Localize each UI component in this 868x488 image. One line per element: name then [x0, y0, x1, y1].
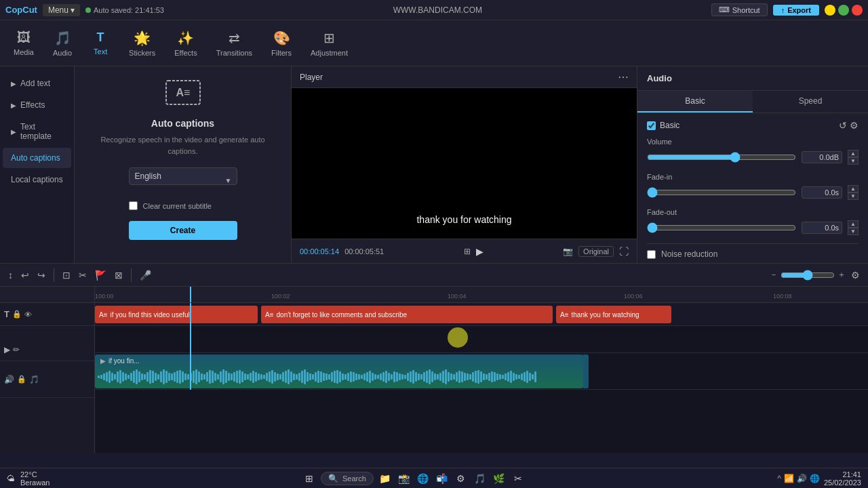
sidebar-item-effects[interactable]: ▶ Effects: [3, 95, 71, 115]
clear-subtitle-checkbox[interactable]: [129, 201, 138, 210]
tool-transitions[interactable]: ⇄ Transitions: [208, 26, 260, 61]
text-clip-1[interactable]: A≡ if you find this video useful: [95, 306, 258, 323]
noise-reduction-label: Noise reduction: [661, 249, 717, 259]
fadeout-slider[interactable]: [647, 222, 796, 233]
tl-delete-button[interactable]: ✂: [76, 268, 90, 282]
pencil-icon[interactable]: ✏: [13, 345, 20, 354]
tray-network-icon[interactable]: 🌐: [810, 474, 820, 483]
location: Berawan: [20, 479, 50, 487]
fadein-up-button[interactable]: ▲: [848, 185, 859, 192]
zoom-in-button[interactable]: ＋: [837, 269, 846, 281]
audio-basic-checkbox[interactable]: [647, 121, 656, 130]
fadein-down-button[interactable]: ▼: [848, 192, 859, 200]
audio-reset-button[interactable]: ↺: [839, 120, 847, 131]
audio-content: Basic ↺ ⚙ Volume ▲ ▼ Fa: [637, 113, 868, 263]
taskbar-icon-4[interactable]: 📬: [435, 471, 450, 486]
create-captions-button[interactable]: Create: [129, 221, 237, 240]
fadein-label: Fade-in: [647, 173, 859, 181]
sidebar-item-local-captions[interactable]: Local captions: [3, 169, 71, 190]
search-icon: 🔍: [328, 474, 338, 483]
taskbar-icon-2[interactable]: 📸: [397, 471, 412, 486]
tool-transitions-label: Transitions: [216, 49, 252, 57]
transitions-icon: ⇄: [229, 30, 240, 46]
tool-filters[interactable]: 🎨 Filters: [263, 26, 300, 61]
tray-volume-icon[interactable]: 🔊: [797, 474, 807, 483]
tl-mic-button[interactable]: 🎤: [137, 268, 154, 282]
tool-stickers[interactable]: 🌟 Stickers: [121, 26, 163, 61]
timeline-cursor-ruler: [190, 287, 191, 302]
fullscreen-button[interactable]: ⛶: [619, 246, 629, 257]
grid-view-button[interactable]: ⊞: [464, 247, 471, 256]
language-select[interactable]: English Spanish French German Chinese Ja…: [129, 167, 237, 185]
main-toolbar: 🖼 Media 🎵 Audio T Text 🌟 Stickers ✨ Effe…: [0, 20, 868, 66]
clock-time: 21:41: [824, 470, 861, 479]
tl-undo-button[interactable]: ↩: [18, 268, 32, 282]
taskbar-icon-5[interactable]: ⚙: [454, 471, 469, 486]
taskbar-icon-8[interactable]: ✂: [511, 471, 526, 486]
zoom-slider[interactable]: [781, 270, 835, 281]
tab-basic[interactable]: Basic: [637, 91, 753, 113]
export-button[interactable]: ↑ Export: [773, 5, 819, 16]
tab-speed[interactable]: Speed: [753, 91, 868, 113]
expand-icon[interactable]: ▶: [4, 345, 10, 354]
noise-reduction-checkbox[interactable]: [647, 250, 656, 259]
taskbar-icon-7[interactable]: 🌿: [492, 471, 507, 486]
tool-media[interactable]: 🖼 Media: [5, 26, 42, 60]
tool-effects[interactable]: ✨ Effects: [166, 26, 205, 61]
play-button[interactable]: ▶: [476, 246, 484, 257]
tl-close-button[interactable]: ⊠: [112, 268, 125, 282]
tl-crop-button[interactable]: ⊡: [60, 268, 73, 282]
search-box[interactable]: 🔍 Search: [321, 472, 374, 485]
player-video: thank you for watching: [292, 88, 637, 239]
timeline-ruler-area: 100:00 100:02 100:04 100:06 100:08 A≡ if…: [95, 287, 868, 453]
menu-button[interactable]: Menu ▾: [43, 4, 80, 16]
tl-split-button[interactable]: ↕: [5, 268, 16, 282]
fadeout-down-button[interactable]: ▼: [848, 228, 859, 235]
tl-redo-button[interactable]: ↪: [35, 268, 48, 282]
audio-clip-1[interactable]: ▶ if you fin...: [95, 354, 583, 388]
text-track-lock[interactable]: 🔒: [12, 310, 22, 319]
text-clip-2[interactable]: A≡ don't forget to like comments and sub…: [261, 306, 553, 323]
quality-selector[interactable]: Original: [578, 246, 614, 257]
volume-value-input[interactable]: [802, 151, 842, 163]
zoom-out-button[interactable]: －: [770, 269, 778, 281]
sidebar-item-add-text[interactable]: ▶ Add text: [3, 73, 71, 94]
tl-flag-button[interactable]: 🚩: [92, 268, 109, 282]
audio-track-extra[interactable]: 🎵: [29, 375, 39, 384]
screenshot-button[interactable]: 📷: [563, 247, 573, 256]
tray-wifi-icon[interactable]: 📶: [784, 474, 794, 483]
shortcut-button[interactable]: ⌨ Shortcut: [711, 3, 768, 16]
tray-expand-icon[interactable]: ^: [777, 474, 781, 483]
ruler-mark-3: 100:06: [624, 293, 643, 300]
text-clip-3[interactable]: A≡ thank you for watching: [556, 306, 671, 323]
fadeout-value-input[interactable]: [802, 222, 842, 234]
taskbar-icon-3[interactable]: 🌐: [416, 471, 431, 486]
volume-row: ▲ ▼: [647, 150, 859, 165]
tool-text[interactable]: T Text: [83, 26, 118, 60]
minimize-button[interactable]: [825, 5, 835, 16]
sidebar-item-auto-captions[interactable]: Auto captions: [3, 148, 71, 168]
fadeout-up-button[interactable]: ▲: [848, 220, 859, 228]
text-track-eye[interactable]: 👁: [24, 310, 32, 319]
start-button[interactable]: ⊞: [302, 471, 317, 486]
taskbar-icon-6[interactable]: 🎵: [473, 471, 488, 486]
audio-track-lock[interactable]: 🔒: [17, 375, 26, 384]
audio-settings-button[interactable]: ⚙: [850, 120, 859, 131]
sidebar-item-text-template[interactable]: ▶ Text template: [3, 117, 71, 146]
tool-audio-label: Audio: [53, 49, 72, 57]
volume-up-button[interactable]: ▲: [848, 150, 859, 157]
sidebar-nav: ▶ Add text ▶ Effects ▶ Text template Aut…: [0, 66, 75, 263]
volume-down-button[interactable]: ▼: [848, 157, 859, 165]
tool-audio[interactable]: 🎵 Audio: [45, 26, 80, 61]
taskbar-icon-1[interactable]: 📁: [378, 471, 393, 486]
close-button[interactable]: [852, 5, 863, 16]
player-time: 00:00:05:14 00:00:05:51: [300, 247, 384, 256]
maximize-button[interactable]: [838, 5, 849, 16]
fadein-value-input[interactable]: [802, 186, 842, 199]
fadein-slider[interactable]: [647, 187, 796, 198]
volume-slider[interactable]: [647, 152, 796, 163]
tool-adjustment[interactable]: ⊞ Adjustment: [302, 26, 356, 61]
tl-settings-button[interactable]: ⚙: [848, 268, 863, 282]
player-menu-button[interactable]: ⋯: [618, 70, 629, 83]
tool-media-label: Media: [14, 48, 34, 56]
